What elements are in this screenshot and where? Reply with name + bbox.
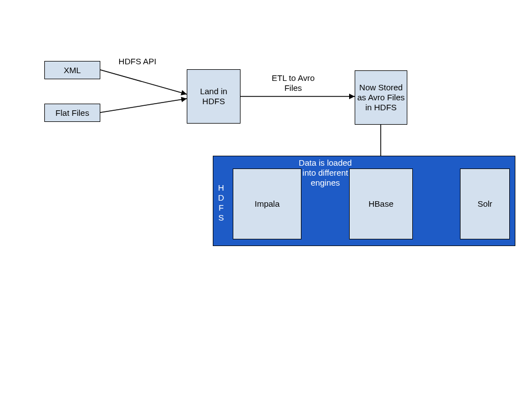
node-land-in-hdfs: Land in HDFS bbox=[187, 69, 241, 124]
arrow-xml-to-land bbox=[100, 70, 187, 94]
node-flat-files: Flat Files bbox=[44, 104, 100, 122]
node-flat-files-label: Flat Files bbox=[55, 108, 89, 118]
node-now-stored-label: Now Stored as Avro Files in HDFS bbox=[356, 83, 406, 112]
node-land-in-hdfs-label: Land in HDFS bbox=[200, 86, 227, 106]
node-solr: Solr bbox=[460, 168, 510, 239]
node-impala: Impala bbox=[233, 168, 301, 239]
node-hbase: HBase bbox=[349, 168, 413, 239]
diagram-canvas: XML Flat Files HDFS API Land in HDFS ETL… bbox=[0, 0, 532, 399]
node-impala-label: Impala bbox=[254, 199, 279, 209]
hdfs-letter-d: D bbox=[217, 193, 225, 203]
edge-label-hdfs-api: HDFS API bbox=[104, 57, 171, 66]
hdfs-letter-f: F bbox=[217, 203, 225, 213]
node-now-stored: Now Stored as Avro Files in HDFS bbox=[355, 70, 407, 125]
node-hbase-label: HBase bbox=[369, 199, 393, 209]
edge-label-data-loaded: Data is loaded into different engines bbox=[293, 158, 358, 188]
hdfs-letter-s: S bbox=[217, 213, 225, 223]
hdfs-letter-h: H bbox=[217, 183, 225, 193]
node-xml-label: XML bbox=[64, 65, 81, 75]
hdfs-container-label: H D F S bbox=[217, 183, 225, 223]
edge-label-etl: ETL to Avro Files bbox=[254, 73, 332, 93]
node-xml: XML bbox=[44, 61, 100, 79]
node-solr-label: Solr bbox=[478, 199, 493, 209]
arrow-flat-to-land bbox=[100, 99, 187, 112]
